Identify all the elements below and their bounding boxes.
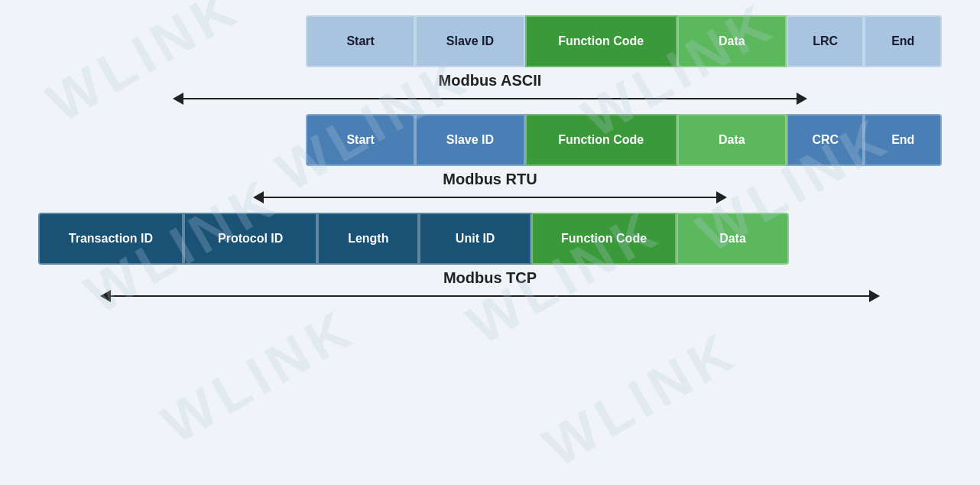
tcp-section: Transaction ID Protocol ID Length Unit I… bbox=[23, 213, 957, 302]
tcp-data-cell: Data bbox=[677, 213, 789, 265]
ascii-arrow-line bbox=[183, 98, 797, 99]
rtu-arrow-right bbox=[716, 191, 727, 203]
rtu-start-cell: Start bbox=[306, 114, 415, 166]
ascii-frame-row: Start Slave ID Function Code Data LRC En… bbox=[306, 15, 942, 67]
tcp-frame-row: Transaction ID Protocol ID Length Unit I… bbox=[38, 213, 789, 265]
tcp-protocolid-cell: Protocol ID bbox=[183, 213, 318, 265]
tcp-arrow-right bbox=[869, 290, 880, 302]
rtu-arrow-left bbox=[253, 191, 264, 203]
rtu-label: Modbus RTU bbox=[443, 171, 537, 188]
tcp-arrow-left bbox=[100, 290, 111, 302]
tcp-unitid-cell: Unit ID bbox=[419, 213, 531, 265]
ascii-arrow-right bbox=[797, 93, 807, 105]
tcp-arrow-line bbox=[111, 295, 869, 297]
ascii-lrc-cell: LRC bbox=[787, 15, 865, 67]
ascii-start-cell: Start bbox=[306, 15, 415, 67]
main-container: Start Slave ID Function Code Data LRC En… bbox=[0, 0, 980, 485]
rtu-frame-row: Start Slave ID Function Code Data CRC En… bbox=[306, 114, 942, 166]
ascii-data-cell: Data bbox=[677, 15, 787, 67]
rtu-end-cell: End bbox=[864, 114, 942, 166]
rtu-crc-cell: CRC bbox=[787, 114, 865, 166]
ascii-slaveid-cell: Slave ID bbox=[415, 15, 524, 67]
rtu-section: Start Slave ID Function Code Data CRC En… bbox=[23, 114, 957, 203]
ascii-functioncode-cell: Function Code bbox=[525, 15, 677, 67]
rtu-functioncode-cell: Function Code bbox=[525, 114, 677, 166]
rtu-arrow-line bbox=[264, 197, 716, 198]
ascii-arrow-left bbox=[173, 93, 183, 105]
ascii-label: Modbus ASCII bbox=[439, 72, 542, 90]
rtu-slaveid-cell: Slave ID bbox=[415, 114, 524, 166]
tcp-label: Modbus TCP bbox=[443, 269, 537, 287]
ascii-end-cell: End bbox=[864, 15, 942, 67]
ascii-section: Start Slave ID Function Code Data LRC En… bbox=[23, 15, 957, 105]
tcp-transactionid-cell: Transaction ID bbox=[38, 213, 183, 265]
tcp-functioncode-cell: Function Code bbox=[531, 213, 677, 265]
rtu-data-cell: Data bbox=[677, 114, 787, 166]
tcp-length-cell: Length bbox=[317, 213, 419, 265]
